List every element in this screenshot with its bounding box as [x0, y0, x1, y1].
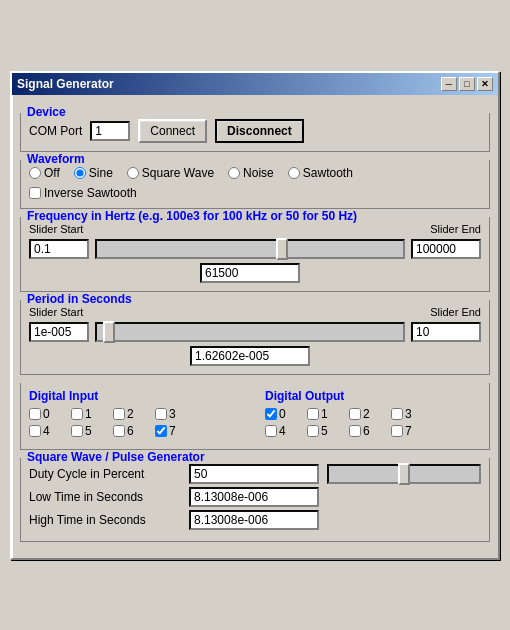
radio-off-label: Off: [44, 166, 60, 180]
high-time-input[interactable]: [189, 510, 319, 530]
period-end-input[interactable]: [411, 322, 481, 342]
freq-value-input[interactable]: [200, 263, 300, 283]
period-label: Period in Seconds: [25, 292, 134, 306]
radio-sawtooth: Sawtooth: [288, 166, 353, 180]
do-2-checkbox[interactable]: [349, 408, 361, 420]
radio-noise: Noise: [228, 166, 274, 180]
di-6-checkbox[interactable]: [113, 425, 125, 437]
do-4-checkbox[interactable]: [265, 425, 277, 437]
radio-sawtooth-input[interactable]: [288, 167, 300, 179]
radio-sine-label: Sine: [89, 166, 113, 180]
inverse-sawtooth-row: Inverse Sawtooth: [29, 186, 481, 200]
radio-sine: Sine: [74, 166, 113, 180]
di-2-label: 2: [127, 407, 134, 421]
di-2-checkbox[interactable]: [113, 408, 125, 420]
radio-square-input[interactable]: [127, 167, 139, 179]
do-3-checkbox[interactable]: [391, 408, 403, 420]
com-port-input[interactable]: [90, 121, 130, 141]
freq-controls-row: [29, 239, 481, 259]
radio-off: Off: [29, 166, 60, 180]
do-5-label: 5: [321, 424, 328, 438]
com-port-label: COM Port: [29, 124, 82, 138]
content-area: Device COM Port Connect Disconnect Wavef…: [12, 95, 498, 558]
title-bar-buttons: ─ □ ✕: [441, 77, 493, 91]
radio-noise-input[interactable]: [228, 167, 240, 179]
di-7-checkbox[interactable]: [155, 425, 167, 437]
period-start-input[interactable]: [29, 322, 89, 342]
low-time-input[interactable]: [189, 487, 319, 507]
frequency-section: Frequency in Hertz (e.g. 100e3 for 100 k…: [20, 217, 490, 292]
di-5-checkbox[interactable]: [71, 425, 83, 437]
period-section: Period in Seconds Slider Start Slider En…: [20, 300, 490, 375]
di-6-label: 6: [127, 424, 134, 438]
radio-off-input[interactable]: [29, 167, 41, 179]
window-title: Signal Generator: [17, 77, 114, 91]
maximize-button[interactable]: □: [459, 77, 475, 91]
inverse-sawtooth-checkbox[interactable]: [29, 187, 41, 199]
do-5-checkbox[interactable]: [307, 425, 319, 437]
high-time-label: High Time in Seconds: [29, 513, 189, 527]
freq-start-input[interactable]: [29, 239, 89, 259]
digital-two-col: Digital Input 0 1 2: [29, 389, 481, 441]
di-0: 0: [29, 407, 67, 421]
low-time-row: Low Time in Seconds: [29, 487, 481, 507]
di-0-checkbox[interactable]: [29, 408, 41, 420]
close-button[interactable]: ✕: [477, 77, 493, 91]
do-3-label: 3: [405, 407, 412, 421]
do-3: 3: [391, 407, 429, 421]
do-1-label: 1: [321, 407, 328, 421]
period-slider-end-label: Slider End: [411, 306, 481, 318]
do-1: 1: [307, 407, 345, 421]
di-1-label: 1: [85, 407, 92, 421]
di-3-label: 3: [169, 407, 176, 421]
do-0-checkbox[interactable]: [265, 408, 277, 420]
period-controls-row: [29, 322, 481, 342]
square-wave-label: Square Wave / Pulse Generator: [25, 450, 207, 464]
di-1-checkbox[interactable]: [71, 408, 83, 420]
duty-cycle-slider[interactable]: [327, 464, 481, 484]
device-section: Device COM Port Connect Disconnect: [20, 113, 490, 152]
frequency-label: Frequency in Hertz (e.g. 100e3 for 100 k…: [25, 209, 359, 223]
inverse-sawtooth: Inverse Sawtooth: [29, 186, 481, 200]
di-4: 4: [29, 424, 67, 438]
freq-slider-end-label: Slider End: [411, 223, 481, 235]
radio-sine-input[interactable]: [74, 167, 86, 179]
do-7-checkbox[interactable]: [391, 425, 403, 437]
do-0-label: 0: [279, 407, 286, 421]
high-time-row: High Time in Seconds: [29, 510, 481, 530]
di-7: 7: [155, 424, 193, 438]
period-slider[interactable]: [95, 322, 405, 342]
connect-button[interactable]: Connect: [138, 119, 207, 143]
di-5: 5: [71, 424, 109, 438]
di-4-label: 4: [43, 424, 50, 438]
digital-input-col: Digital Input 0 1 2: [29, 389, 245, 441]
waveform-section: Waveform Off Sine Square Wave Noise: [20, 160, 490, 209]
freq-end-input[interactable]: [411, 239, 481, 259]
period-value-input[interactable]: [190, 346, 310, 366]
waveform-options: Off Sine Square Wave Noise Sawtooth: [29, 166, 481, 180]
disconnect-button[interactable]: Disconnect: [215, 119, 304, 143]
do-0: 0: [265, 407, 303, 421]
main-window: Signal Generator ─ □ ✕ Device COM Port C…: [10, 71, 500, 560]
inverse-sawtooth-label: Inverse Sawtooth: [44, 186, 137, 200]
do-1-checkbox[interactable]: [307, 408, 319, 420]
do-6: 6: [349, 424, 387, 438]
do-7-label: 7: [405, 424, 412, 438]
freq-slider-start-label: Slider Start: [29, 223, 99, 235]
di-3-checkbox[interactable]: [155, 408, 167, 420]
frequency-slider[interactable]: [95, 239, 405, 259]
duty-cycle-input[interactable]: [189, 464, 319, 484]
di-3: 3: [155, 407, 193, 421]
do-6-label: 6: [363, 424, 370, 438]
digital-io-section: Digital Input 0 1 2: [20, 383, 490, 450]
do-4: 4: [265, 424, 303, 438]
di-row-0: 0 1 2 3: [29, 407, 245, 421]
duty-cycle-row: Duty Cycle in Percent: [29, 464, 481, 484]
digital-output-label: Digital Output: [265, 389, 481, 403]
device-row: COM Port Connect Disconnect: [29, 119, 481, 143]
radio-noise-label: Noise: [243, 166, 274, 180]
do-6-checkbox[interactable]: [349, 425, 361, 437]
di-4-checkbox[interactable]: [29, 425, 41, 437]
minimize-button[interactable]: ─: [441, 77, 457, 91]
square-wave-section: Square Wave / Pulse Generator Duty Cycle…: [20, 458, 490, 542]
